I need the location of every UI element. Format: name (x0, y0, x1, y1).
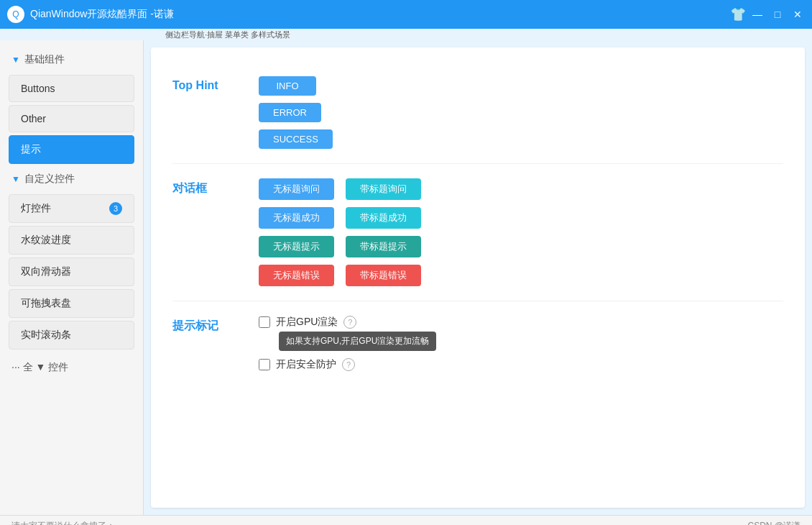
hint-mark-label: 提示标记 (172, 316, 259, 334)
titlebar: Q QianWindow开源炫酷界面 -诺谦 👕 — □ ✕ (0, 0, 812, 29)
info-button[interactable]: INFO (259, 76, 316, 96)
no-title-hint-button[interactable]: 无标题提示 (259, 236, 334, 257)
close-button[interactable]: ✕ (790, 7, 805, 22)
sidebar-more[interactable]: ··· 全 ▼ 控件 (0, 355, 143, 380)
sidebar-item-ketuohuai[interactable]: 可拖拽表盘 (9, 289, 134, 318)
gpu-render-label: 开启GPU渲染 (276, 316, 338, 329)
top-hint-section: Top Hint INFO ERROR SUCCESS (172, 62, 783, 164)
hint-mark-section: 提示标记 开启GPU渲染 ? 如果支持GPU,开启GPU渲染更加流畅 开启安全防… (172, 301, 783, 385)
window-controls: — □ ✕ (750, 7, 805, 22)
sidebar-item-shishigun[interactable]: 实时滚动条 (9, 321, 134, 350)
hint-mark-content: 开启GPU渲染 ? 如果支持GPU,开启GPU渲染更加流畅 开启安全防护 ? (259, 316, 783, 371)
with-title-query-button[interactable]: 带标题询问 (346, 178, 421, 200)
gpu-hint-icon[interactable]: ? (343, 316, 356, 329)
top-hint-label: Top Hint (172, 76, 259, 92)
arrow-icon: ▼ (11, 55, 20, 65)
success-button[interactable]: SUCCESS (259, 129, 333, 149)
sidebar-item-shuangxiang[interactable]: 双向滑动器 (9, 257, 134, 286)
sidebar: ▼ 基础组件 Buttons Other 提示 ▼ 自定义控件 灯控件 3 水纹… (0, 40, 144, 515)
with-title-succ-button[interactable]: 带标题成功 (346, 207, 421, 229)
sidebar-section-basic[interactable]: ▼ 基础组件 (0, 47, 143, 72)
gpu-render-checkbox[interactable] (259, 316, 270, 328)
maximize-button[interactable]: □ (770, 7, 785, 22)
safety-label: 开启安全防护 (276, 358, 336, 371)
no-title-succ-button[interactable]: 无标题成功 (259, 207, 334, 229)
dialog-section: 对话框 无标题询问 带标题询问 无标题成功 带标题成功 无标题提示 带标题提示 … (172, 164, 783, 301)
no-title-query-button[interactable]: 无标题询问 (259, 178, 334, 200)
sidebar-item-other[interactable]: Other (9, 105, 134, 132)
gpu-render-group: 开启GPU渲染 ? 如果支持GPU,开启GPU渲染更加流畅 (259, 316, 783, 351)
sidebar-section-custom[interactable]: ▼ 自定义控件 (0, 167, 143, 191)
top-note-text: 侧边栏导航·抽屉 菜单类 多样式场景 (165, 29, 290, 40)
sidebar-item-tishi[interactable]: 提示 (9, 135, 134, 164)
dialog-label: 对话框 (172, 178, 259, 196)
main-container: ▼ 基础组件 Buttons Other 提示 ▼ 自定义控件 灯控件 3 水纹… (0, 40, 812, 515)
dialog-row-1: 无标题询问 带标题询问 (259, 178, 783, 200)
minimize-button[interactable]: — (750, 7, 765, 22)
dengkongji-badge: 3 (109, 202, 122, 215)
content-area: Top Hint INFO ERROR SUCCESS 对话框 无标题询问 带标… (151, 47, 805, 508)
gpu-tooltip: 如果支持GPU,开启GPU渲染更加流畅 (279, 332, 436, 351)
sidebar-item-shuiwen[interactable]: 水纹波进度 (9, 226, 134, 255)
with-title-err-button[interactable]: 带标题错误 (346, 265, 421, 286)
sidebar-item-buttons[interactable]: Buttons (9, 75, 134, 102)
safety-hint-icon[interactable]: ? (342, 358, 355, 371)
bottom-right-text: CSDN @诺谦 (747, 520, 801, 525)
sidebar-section-custom-label: 自定义控件 (24, 173, 75, 186)
bottom-bar: 请大家不要说什么拿搜了： CSDN @诺谦 (0, 515, 812, 525)
dialog-row-3: 无标题提示 带标题提示 (259, 236, 783, 257)
sidebar-section-basic-label: 基础组件 (24, 53, 65, 66)
sidebar-item-dengkongji[interactable]: 灯控件 3 (9, 194, 134, 223)
safety-checkbox[interactable] (259, 359, 270, 370)
sidebar-more-label: ··· 全 ▼ 控件 (11, 361, 68, 374)
safety-row: 开启安全防护 ? (259, 358, 783, 371)
shirt-icon[interactable]: 👕 (730, 6, 746, 22)
no-title-err-button[interactable]: 无标题错误 (259, 265, 334, 286)
dengkongji-label: 灯控件 (21, 202, 51, 215)
app-icon-text: Q (12, 9, 19, 19)
top-note-bar: 侧边栏导航·抽屉 菜单类 多样式场景 (0, 29, 812, 40)
arrow-icon-2: ▼ (11, 174, 20, 184)
app-title: QianWindow开源炫酷界面 -诺谦 (30, 8, 730, 21)
dialog-row-2: 无标题成功 带标题成功 (259, 207, 783, 229)
bottom-left-text: 请大家不要说什么拿搜了： (11, 520, 115, 525)
dialog-content: 无标题询问 带标题询问 无标题成功 带标题成功 无标题提示 带标题提示 无标题错… (259, 178, 783, 286)
app-icon: Q (7, 6, 24, 23)
dialog-row-4: 无标题错误 带标题错误 (259, 265, 783, 286)
top-hint-content: INFO ERROR SUCCESS (259, 76, 783, 149)
error-button[interactable]: ERROR (259, 103, 321, 122)
gpu-render-row: 开启GPU渲染 ? (259, 316, 783, 329)
with-title-hint-button[interactable]: 带标题提示 (346, 236, 421, 257)
